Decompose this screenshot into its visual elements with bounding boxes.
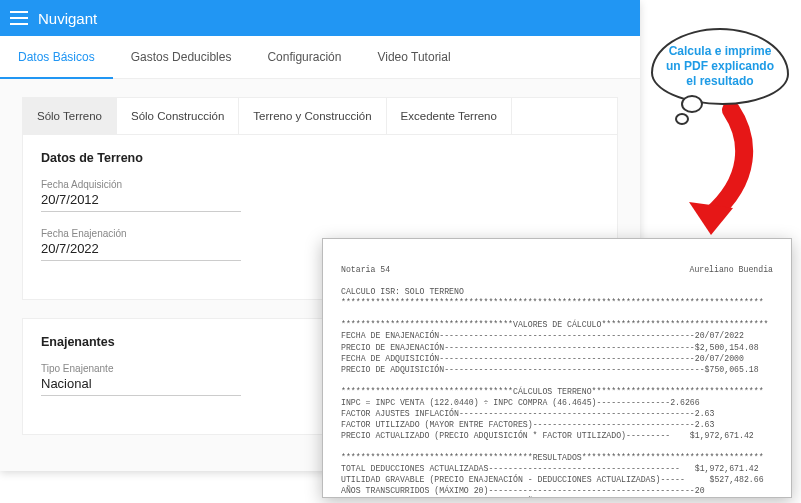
pdf-line: TOTAL DEDUCCIONES ACTUALIZADAS----------… (341, 464, 759, 473)
tab-configuracion[interactable]: Configuración (249, 36, 359, 78)
value-fecha-enajenacion: 20/7/2022 (41, 241, 241, 256)
label-fecha-enajenacion: Fecha Enajenación (41, 228, 241, 239)
pdf-line: FECHA DE ENAJENACIÓN--------------------… (341, 331, 744, 340)
menu-icon[interactable] (10, 11, 28, 25)
pdf-line: UTILIDAD GRAVABLE (PRECIO ENAJENACIÓN - … (341, 475, 764, 484)
arrow-icon (641, 100, 761, 240)
label-fecha-adquisicion: Fecha Adquisición (41, 179, 241, 190)
value-tipo-enajenante: Nacional (41, 376, 241, 391)
subtab-solo-construccion[interactable]: Sólo Construcción (117, 98, 239, 134)
pdf-line: UTILIDAD ANUAL = UTILIDAD GRAVABLE ÷ AÑO… (341, 497, 773, 498)
pdf-author: Aureliano Buendia (689, 264, 773, 275)
pdf-line: FACTOR UTILIZADO (MAYOR ENTRE FACTORES)-… (341, 420, 714, 429)
tab-video-tutorial[interactable]: Video Tutorial (359, 36, 468, 78)
pdf-line: PRECIO DE ENAJENACIÓN-------------------… (341, 343, 759, 352)
pdf-line: PRECIO ACTUALIZADO (PRECIO ADQUISICIÓN *… (341, 431, 754, 440)
pdf-rule: ****************************************… (341, 298, 764, 307)
pdf-line: FACTOR AJUSTES INFLACIÓN----------------… (341, 409, 714, 418)
subtab-terreno-y-construccion[interactable]: Terreno y Construcción (239, 98, 386, 134)
pdf-notaria: Notaria 54 (341, 264, 390, 275)
subtab-solo-terreno[interactable]: Sólo Terreno (23, 98, 117, 134)
field-fecha-adquisicion[interactable]: Fecha Adquisición 20/7/2012 (41, 179, 241, 212)
subtab-excedente-terreno[interactable]: Excedente Terreno (387, 98, 512, 134)
svg-marker-0 (689, 202, 733, 235)
main-tabs: Datos Básicos Gastos Deducibles Configur… (0, 36, 640, 79)
field-tipo-enajenante[interactable]: Tipo Enajenante Nacional (41, 363, 241, 396)
section-title-terreno: Datos de Terreno (41, 151, 599, 165)
callout-cloud: Calcula e imprime un PDF explicando el r… (651, 28, 789, 105)
field-fecha-enajenacion[interactable]: Fecha Enajenación 20/7/2022 (41, 228, 241, 261)
pdf-subtitle: CALCULO ISR: SOLO TERRENO (341, 287, 464, 296)
sub-tabs: Sólo Terreno Sólo Construcción Terreno y… (23, 98, 617, 135)
pdf-line: FECHA DE ADQUISICIÓN--------------------… (341, 354, 744, 363)
tab-datos-basicos[interactable]: Datos Básicos (0, 36, 113, 78)
callout-text: Calcula e imprime un PDF explicando el r… (663, 44, 777, 89)
pdf-preview: Notaria 54Aureliano Buendia CALCULO ISR:… (322, 238, 792, 498)
tab-gastos-deducibles[interactable]: Gastos Deducibles (113, 36, 250, 78)
pdf-line: AÑOS TRANSCURRIDOS (MÁXIMO 20)----------… (341, 486, 705, 495)
pdf-sec-calculos: ***********************************CÁLCU… (341, 387, 764, 396)
top-bar: Nuvigant (0, 0, 640, 36)
label-tipo-enajenante: Tipo Enajenante (41, 363, 241, 374)
app-title: Nuvigant (38, 10, 97, 27)
pdf-line: INPC = INPC VENTA (122.0440) ÷ INPC COMP… (341, 398, 700, 407)
value-fecha-adquisicion: 20/7/2012 (41, 192, 241, 207)
pdf-sec-valores: ***********************************VALOR… (341, 320, 768, 329)
pdf-line: PRECIO DE ADQUISICIÓN-------------------… (341, 365, 759, 374)
pdf-sec-resultados: ***************************************R… (341, 453, 764, 462)
